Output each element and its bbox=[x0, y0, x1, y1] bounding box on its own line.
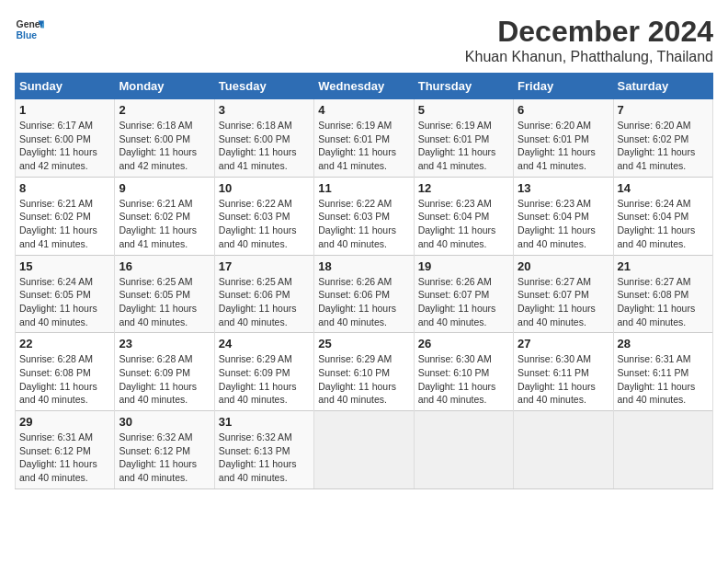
day-info: Sunrise: 6:17 AMSunset: 6:00 PMDaylight:… bbox=[19, 119, 110, 173]
day-number: 3 bbox=[219, 103, 310, 117]
day-info: Sunrise: 6:30 AMSunset: 6:10 PMDaylight:… bbox=[418, 352, 509, 407]
calendar-cell: 19Sunrise: 6:26 AMSunset: 6:07 PMDayligh… bbox=[414, 255, 513, 333]
svg-text:Blue: Blue bbox=[17, 30, 38, 40]
day-info: Sunrise: 6:20 AMSunset: 6:01 PMDaylight:… bbox=[518, 119, 609, 173]
column-header-wednesday: Wednesday bbox=[314, 74, 414, 99]
day-number: 7 bbox=[618, 103, 709, 117]
calendar-cell: 6Sunrise: 6:20 AMSunset: 6:01 PMDaylight… bbox=[514, 99, 613, 178]
calendar-table: SundayMondayTuesdayWednesdayThursdayFrid… bbox=[15, 73, 713, 489]
day-info: Sunrise: 6:18 AMSunset: 6:00 PMDaylight:… bbox=[219, 119, 310, 173]
day-number: 9 bbox=[119, 181, 210, 195]
day-info: Sunrise: 6:18 AMSunset: 6:00 PMDaylight:… bbox=[119, 119, 210, 173]
calendar-cell: 24Sunrise: 6:29 AMSunset: 6:09 PMDayligh… bbox=[214, 333, 313, 411]
calendar-cell: 14Sunrise: 6:24 AMSunset: 6:04 PMDayligh… bbox=[613, 177, 712, 255]
logo-icon: General Blue bbox=[15, 15, 44, 44]
day-info: Sunrise: 6:24 AMSunset: 6:05 PMDaylight:… bbox=[19, 275, 110, 329]
calendar-week-4: 22Sunrise: 6:28 AMSunset: 6:08 PMDayligh… bbox=[16, 333, 713, 411]
day-info: Sunrise: 6:19 AMSunset: 6:01 PMDaylight:… bbox=[418, 119, 509, 173]
column-header-monday: Monday bbox=[115, 74, 214, 99]
calendar-cell bbox=[314, 411, 414, 489]
day-info: Sunrise: 6:21 AMSunset: 6:02 PMDaylight:… bbox=[19, 197, 110, 251]
title-block: December 2024 Khuan Khanun, Phatthalung,… bbox=[465, 15, 713, 65]
day-info: Sunrise: 6:26 AMSunset: 6:06 PMDaylight:… bbox=[318, 275, 409, 329]
day-number: 4 bbox=[318, 103, 409, 117]
day-number: 14 bbox=[618, 181, 709, 195]
day-number: 10 bbox=[219, 181, 310, 195]
day-number: 8 bbox=[19, 181, 110, 195]
calendar-cell: 9Sunrise: 6:21 AMSunset: 6:02 PMDaylight… bbox=[115, 177, 214, 255]
day-number: 28 bbox=[618, 337, 709, 350]
calendar-cell: 22Sunrise: 6:28 AMSunset: 6:08 PMDayligh… bbox=[16, 333, 115, 411]
day-info: Sunrise: 6:20 AMSunset: 6:02 PMDaylight:… bbox=[618, 119, 709, 173]
day-number: 23 bbox=[119, 337, 210, 350]
calendar-cell: 4Sunrise: 6:19 AMSunset: 6:01 PMDaylight… bbox=[314, 99, 414, 178]
calendar-cell: 28Sunrise: 6:31 AMSunset: 6:11 PMDayligh… bbox=[613, 333, 712, 411]
column-header-sunday: Sunday bbox=[16, 74, 115, 99]
day-number: 25 bbox=[318, 337, 409, 350]
calendar-cell: 15Sunrise: 6:24 AMSunset: 6:05 PMDayligh… bbox=[16, 255, 115, 333]
calendar-cell: 31Sunrise: 6:32 AMSunset: 6:13 PMDayligh… bbox=[214, 411, 313, 489]
day-info: Sunrise: 6:26 AMSunset: 6:07 PMDaylight:… bbox=[418, 275, 509, 329]
calendar-cell: 1Sunrise: 6:17 AMSunset: 6:00 PMDaylight… bbox=[16, 99, 115, 178]
calendar-cell: 13Sunrise: 6:23 AMSunset: 6:04 PMDayligh… bbox=[514, 177, 613, 255]
day-number: 19 bbox=[418, 259, 509, 273]
calendar-cell bbox=[613, 411, 712, 489]
column-header-thursday: Thursday bbox=[414, 74, 513, 99]
day-info: Sunrise: 6:28 AMSunset: 6:08 PMDaylight:… bbox=[19, 352, 110, 407]
calendar-cell: 18Sunrise: 6:26 AMSunset: 6:06 PMDayligh… bbox=[314, 255, 414, 333]
day-info: Sunrise: 6:22 AMSunset: 6:03 PMDaylight:… bbox=[219, 197, 310, 251]
day-info: Sunrise: 6:30 AMSunset: 6:11 PMDaylight:… bbox=[518, 352, 609, 407]
day-number: 15 bbox=[19, 259, 110, 273]
calendar-cell: 3Sunrise: 6:18 AMSunset: 6:00 PMDaylight… bbox=[214, 99, 313, 178]
day-info: Sunrise: 6:29 AMSunset: 6:10 PMDaylight:… bbox=[318, 352, 409, 407]
day-info: Sunrise: 6:24 AMSunset: 6:04 PMDaylight:… bbox=[618, 197, 709, 251]
day-info: Sunrise: 6:27 AMSunset: 6:08 PMDaylight:… bbox=[618, 275, 709, 329]
calendar-cell: 27Sunrise: 6:30 AMSunset: 6:11 PMDayligh… bbox=[514, 333, 613, 411]
calendar-cell: 5Sunrise: 6:19 AMSunset: 6:01 PMDaylight… bbox=[414, 99, 513, 178]
calendar-week-3: 15Sunrise: 6:24 AMSunset: 6:05 PMDayligh… bbox=[16, 255, 713, 333]
calendar-cell: 25Sunrise: 6:29 AMSunset: 6:10 PMDayligh… bbox=[314, 333, 414, 411]
day-number: 2 bbox=[119, 103, 210, 117]
day-number: 11 bbox=[318, 181, 409, 195]
logo: General Blue bbox=[15, 15, 44, 44]
calendar-cell bbox=[514, 411, 613, 489]
header: General Blue December 2024 Khuan Khanun,… bbox=[15, 15, 713, 65]
calendar-cell: 12Sunrise: 6:23 AMSunset: 6:04 PMDayligh… bbox=[414, 177, 513, 255]
day-info: Sunrise: 6:32 AMSunset: 6:12 PMDaylight:… bbox=[119, 431, 210, 485]
day-number: 6 bbox=[518, 103, 609, 117]
calendar-week-2: 8Sunrise: 6:21 AMSunset: 6:02 PMDaylight… bbox=[16, 177, 713, 255]
day-info: Sunrise: 6:22 AMSunset: 6:03 PMDaylight:… bbox=[318, 197, 409, 251]
calendar-cell: 23Sunrise: 6:28 AMSunset: 6:09 PMDayligh… bbox=[115, 333, 214, 411]
day-info: Sunrise: 6:19 AMSunset: 6:01 PMDaylight:… bbox=[318, 119, 409, 173]
day-info: Sunrise: 6:25 AMSunset: 6:05 PMDaylight:… bbox=[119, 275, 210, 329]
month-year: December 2024 bbox=[465, 15, 713, 49]
calendar-cell: 11Sunrise: 6:22 AMSunset: 6:03 PMDayligh… bbox=[314, 177, 414, 255]
day-number: 31 bbox=[219, 415, 310, 429]
day-number: 21 bbox=[618, 259, 709, 273]
day-info: Sunrise: 6:23 AMSunset: 6:04 PMDaylight:… bbox=[518, 197, 609, 251]
calendar-cell: 30Sunrise: 6:32 AMSunset: 6:12 PMDayligh… bbox=[115, 411, 214, 489]
calendar-cell: 21Sunrise: 6:27 AMSunset: 6:08 PMDayligh… bbox=[613, 255, 712, 333]
day-info: Sunrise: 6:21 AMSunset: 6:02 PMDaylight:… bbox=[119, 197, 210, 251]
day-number: 1 bbox=[19, 103, 110, 117]
day-number: 27 bbox=[518, 337, 609, 350]
day-number: 13 bbox=[518, 181, 609, 195]
day-number: 16 bbox=[119, 259, 210, 273]
calendar-cell: 10Sunrise: 6:22 AMSunset: 6:03 PMDayligh… bbox=[214, 177, 313, 255]
day-number: 5 bbox=[418, 103, 509, 117]
day-info: Sunrise: 6:28 AMSunset: 6:09 PMDaylight:… bbox=[119, 352, 210, 407]
calendar-cell: 8Sunrise: 6:21 AMSunset: 6:02 PMDaylight… bbox=[16, 177, 115, 255]
calendar-cell: 7Sunrise: 6:20 AMSunset: 6:02 PMDaylight… bbox=[613, 99, 712, 178]
location: Khuan Khanun, Phatthalung, Thailand bbox=[465, 49, 713, 65]
day-info: Sunrise: 6:31 AMSunset: 6:11 PMDaylight:… bbox=[618, 352, 709, 407]
calendar-cell: 16Sunrise: 6:25 AMSunset: 6:05 PMDayligh… bbox=[115, 255, 214, 333]
day-number: 22 bbox=[19, 337, 110, 350]
day-info: Sunrise: 6:27 AMSunset: 6:07 PMDaylight:… bbox=[518, 275, 609, 329]
calendar-cell: 26Sunrise: 6:30 AMSunset: 6:10 PMDayligh… bbox=[414, 333, 513, 411]
day-number: 26 bbox=[418, 337, 509, 350]
calendar-cell bbox=[414, 411, 513, 489]
day-info: Sunrise: 6:29 AMSunset: 6:09 PMDaylight:… bbox=[219, 352, 310, 407]
day-info: Sunrise: 6:32 AMSunset: 6:13 PMDaylight:… bbox=[219, 431, 310, 485]
calendar-cell: 17Sunrise: 6:25 AMSunset: 6:06 PMDayligh… bbox=[214, 255, 313, 333]
column-header-saturday: Saturday bbox=[613, 74, 712, 99]
